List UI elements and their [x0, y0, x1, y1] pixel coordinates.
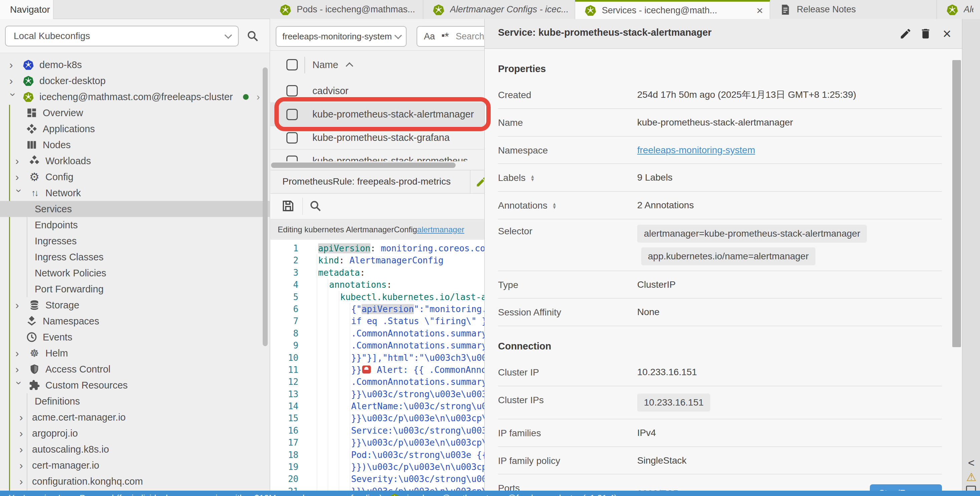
chevron-right-icon[interactable]: › — [19, 444, 27, 455]
sidebar-item-ingress-classes[interactable]: Ingress Classes — [0, 249, 270, 265]
sidebar-item-network[interactable]: ›↑↓Network — [0, 185, 270, 201]
tab-navigator[interactable]: Navigator — [0, 0, 53, 19]
editor-line[interactable]: 9.CommonAnnotations.summary }} — [270, 339, 484, 351]
sidebar-item-cert-manager-io[interactable]: ›cert-manager.io — [0, 457, 270, 473]
chevron-right-icon[interactable]: › — [15, 156, 23, 166]
yaml-editor[interactable]: 1apiVersion: monitoring.coreos.com/v12ki… — [270, 240, 484, 491]
edit-icon[interactable] — [899, 27, 913, 41]
editor-line[interactable]: 10}}"}],"html":"\u003ch3\u003e\u — [270, 352, 484, 364]
sidebar-item-custom-resources[interactable]: ›Custom Resources — [0, 377, 270, 393]
row-checkbox[interactable] — [286, 156, 298, 162]
sidebar-scrollbar[interactable] — [263, 67, 268, 346]
editor-line[interactable]: 13}}\u003c/strong\u003e\u003c/h3 — [270, 388, 484, 400]
sidebar-item-argoproj-io[interactable]: ›argoproj.io — [0, 425, 270, 441]
chevron-right-icon[interactable]: › — [257, 91, 260, 102]
close-icon[interactable]: × — [750, 4, 763, 17]
sidebar-item-applications[interactable]: Applications — [0, 121, 270, 137]
editor-line[interactable]: 4annotations: — [270, 279, 484, 291]
tab-pods-icecheng-mathmas[interactable]: Pods - icecheng@mathmas... — [270, 0, 423, 19]
chevron-right-icon[interactable]: › — [10, 59, 18, 70]
close-icon[interactable]: × — [940, 27, 954, 41]
sidebar-item-namespaces[interactable]: Namespaces — [0, 313, 270, 329]
editor-line[interactable]: 16Service:\u003c/strong\u003e { — [270, 424, 484, 437]
chevron-right-icon[interactable]: › — [19, 476, 27, 486]
chevron-right-icon[interactable]: › — [19, 428, 27, 439]
sidebar-item-autoscaling-k8s-io[interactable]: ›autoscaling.k8s.io — [0, 441, 270, 457]
tab-services-icecheng-math[interactable]: Services - icecheng@math...× — [575, 0, 770, 19]
editor-line[interactable]: 20Severity:\u003c/strong\u003e — [270, 473, 484, 485]
panel-scrollbar[interactable] — [952, 60, 961, 347]
sidebar-item-helm[interactable]: ›☸Helm — [0, 345, 270, 361]
chevron-down-icon[interactable]: › — [8, 93, 19, 101]
sidebar-item-services[interactable]: Services — [0, 201, 270, 217]
editor-line[interactable]: 5kubectl.kubernetes.io/last-appli — [270, 291, 484, 303]
sort-icon[interactable]: ▲▼ — [552, 202, 557, 209]
sidebar-item-workloads[interactable]: ›Workloads — [0, 153, 270, 169]
prometheusrule-dock-bar[interactable]: PrometheusRule: freepeals-prod-metrics — [270, 170, 484, 194]
sidebar-item-icecheng-mathmast-com-freeleaps-cluster[interactable]: ›icecheng@mathmast.com@freeleaps-cluster… — [0, 89, 270, 105]
table-row-kube-prometheus-stack-prometheus[interactable]: kube-prometheus-stack-prometheus — [270, 149, 484, 161]
regex-icon[interactable]: ■* — [442, 30, 449, 43]
sidebar-item-config[interactable]: ›⚙Config — [0, 169, 270, 185]
select-all-checkbox[interactable] — [286, 59, 298, 70]
name-column-header[interactable]: Name — [312, 59, 352, 70]
editor-line[interactable]: 2kind: AlertmanagerConfig — [270, 254, 484, 266]
editor-line[interactable]: 6{"apiVersion":"monitoring.core — [270, 303, 484, 315]
editor-line[interactable]: 11}} Alert: {{ .CommonAnnotati — [270, 364, 484, 376]
search-icon[interactable] — [247, 30, 259, 42]
sidebar-item-configuration-konghq-com[interactable]: ›configuration.konghq.com — [0, 473, 270, 489]
chevron-right-icon[interactable]: › — [19, 460, 27, 471]
chevron-right-icon[interactable]: › — [15, 364, 23, 375]
alertmanagerconfig-link[interactable]: alertmanager — [417, 225, 464, 234]
tab-alertmanager-configs-icec[interactable]: Alertmanager Configs - icec... — [423, 0, 575, 19]
sidebar-item-nodes[interactable]: Nodes — [0, 137, 270, 153]
row-checkbox[interactable] — [286, 132, 298, 143]
sidebar-item-network-policies[interactable]: Network Policies — [0, 265, 270, 281]
edit-icon[interactable] — [475, 176, 484, 188]
sidebar-item-demo-k8s[interactable]: ›demo-k8s — [0, 57, 270, 73]
editor-line[interactable]: 12.CommonAnnotations.summary }} — [270, 376, 484, 388]
warning-icon[interactable]: ⚠ — [962, 470, 980, 484]
sidebar-item-ingresses[interactable]: Ingresses — [0, 233, 270, 249]
port-link[interactable]: 9093/TCP — [637, 487, 679, 491]
sidebar-item-port-forwarding[interactable]: Port Forwarding — [0, 281, 270, 297]
sidebar-item-acme-cert-manager-io[interactable]: ›acme.cert-manager.io — [0, 409, 270, 425]
collapse-chevron-icon[interactable]: < — [962, 456, 980, 469]
chevron-right-icon[interactable]: › — [15, 172, 23, 182]
search-input[interactable]: Aa ■* Search — [417, 26, 484, 47]
row-checkbox[interactable] — [286, 85, 298, 97]
sidebar-item-storage[interactable]: ›Storage — [0, 297, 270, 313]
chevron-right-icon[interactable]: › — [19, 412, 27, 423]
match-case-icon[interactable]: Aa — [424, 31, 435, 42]
editor-line[interactable]: 17}}\u003c/p\u003e\n\u003cp\u003 — [270, 437, 484, 448]
sidebar-item-definitions[interactable]: Definitions — [0, 393, 270, 409]
editor-line[interactable]: 21}}\u003c/p\u003e\n\u003cp\u003 — [270, 485, 484, 491]
editor-line[interactable]: 7if eq .Status \"firing\" }} — [270, 315, 484, 327]
editor-line[interactable]: 14AlertName:\u003c/strong\u003e — [270, 400, 484, 412]
chevron-down-icon[interactable]: › — [14, 189, 25, 197]
sort-icon[interactable]: ▲▼ — [530, 175, 535, 181]
sidebar-item-endpoints[interactable]: Endpoints — [0, 217, 270, 233]
editor-line[interactable]: 18Pod:\u003c/strong\u003e {{ .Co — [270, 449, 484, 461]
save-icon[interactable] — [281, 199, 295, 213]
search-icon[interactable] — [309, 200, 322, 212]
editor-line[interactable]: 19}})\u003c/p\u003e\n\u003cp\u00 — [270, 461, 484, 473]
namespace-link[interactable]: freeleaps-monitoring-system — [637, 145, 755, 155]
sidebar-item-events[interactable]: Events — [0, 329, 270, 345]
tab-release-notes[interactable]: Release Notes — [770, 0, 937, 19]
chevron-right-icon[interactable]: › — [10, 75, 18, 86]
delete-icon[interactable] — [919, 27, 932, 41]
editor-line[interactable]: 15}}\u003c/p\u003e\n\u003cp\u003 — [270, 412, 484, 424]
chevron-right-icon[interactable]: › — [15, 300, 23, 310]
namespace-dropdown[interactable]: freeleaps-monitoring-system — [276, 26, 407, 47]
sidebar-item-docker-desktop[interactable]: ›docker-desktop — [0, 73, 270, 89]
chevron-down-icon[interactable]: › — [14, 381, 25, 389]
editor-line[interactable]: 8.CommonAnnotations.summary }} — [270, 327, 484, 339]
stop-remove-button[interactable]: Stop/Remove — [870, 484, 942, 491]
sidebar-item-overview[interactable]: Overview — [0, 105, 270, 121]
editor-line[interactable]: 1apiVersion: monitoring.coreos.com/v1 — [270, 242, 484, 254]
kubeconfig-dropdown[interactable]: Local Kubeconfigs — [5, 26, 239, 46]
sidebar-item-access-control[interactable]: ›Access Control — [0, 361, 270, 377]
editor-line[interactable]: 3metadata: — [270, 267, 484, 279]
horizontal-scrollbar[interactable] — [270, 162, 484, 169]
